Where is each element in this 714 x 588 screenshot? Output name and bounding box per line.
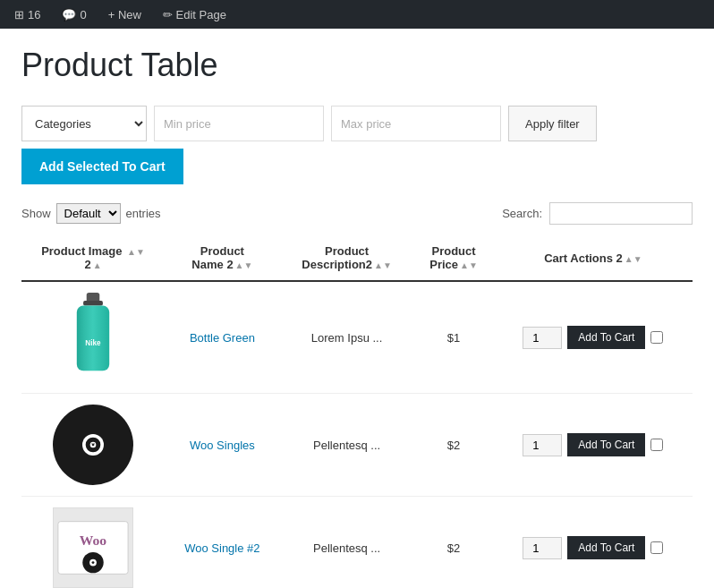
select-checkbox[interactable] (650, 541, 663, 554)
svg-rect-1 (83, 301, 103, 305)
product-cart-cell: Add To Cart (494, 497, 693, 589)
svg-point-14 (92, 561, 95, 564)
sort-icon-price[interactable]: ▲▼ (460, 260, 478, 270)
categories-select[interactable]: Categories (21, 106, 147, 141)
product-image-woo2: Woo (53, 507, 133, 588)
admin-bar: ⊞ 16 💬 0 + New ✏ Edit Page (0, 0, 714, 29)
product-desc-cell: Pellentesq ... (280, 497, 414, 589)
product-image-cell: Nike (21, 281, 165, 394)
product-name-link[interactable]: Bottle Green (190, 331, 255, 345)
col-header-cart: Cart Actions 2▲▼ (494, 235, 693, 281)
sort-icon-image[interactable]: ▲▼ (127, 247, 145, 257)
add-to-cart-button[interactable]: Add To Cart (567, 433, 645, 456)
product-desc-cell: Pellentesq ... (280, 394, 414, 497)
cart-actions: Add To Cart (501, 433, 685, 456)
add-to-cart-button[interactable]: Add To Cart (567, 536, 645, 559)
product-price-cell: $2 (413, 394, 493, 497)
entries-per-page-select[interactable]: Default 10 25 50 100 (56, 203, 121, 224)
product-price-cell: $2 (413, 497, 493, 589)
select-checkbox[interactable] (650, 439, 663, 451)
sort-icon-cart[interactable]: ▲▼ (625, 254, 642, 264)
table-row: W Woo Singles Pellentesq ... $2 Add To C… (21, 394, 693, 497)
cart-actions: Add To Cart (501, 326, 685, 349)
show-entries-control: Show Default 10 25 50 100 entries (21, 203, 161, 224)
vinyl-center: W (82, 434, 104, 456)
col-header-price: ProductPrice▲▼ (413, 235, 493, 281)
product-name-link[interactable]: Woo Singles (190, 439, 255, 452)
product-desc-cell: Lorem Ipsu ... (280, 281, 414, 394)
add-selected-to-cart-button[interactable]: Add Selected To Cart (21, 149, 183, 184)
table-row: Nike Bottle Green (21, 281, 693, 394)
sort-icon-image2[interactable]: ▲ (93, 260, 102, 270)
filter-bar: Categories Apply filter Add Selected To … (21, 106, 693, 184)
product-price-cell: $1 (413, 281, 493, 394)
product-table-body: Nike Bottle Green (21, 281, 693, 588)
entries-label: entries (126, 207, 161, 220)
col-header-name: ProductName 2▲▼ (165, 235, 280, 281)
apply-filter-button[interactable]: Apply filter (508, 106, 597, 141)
product-name-cell: Woo Singles (165, 394, 280, 497)
items-icon: ⊞ (14, 8, 24, 21)
col-header-image: Product Image ▲▼2▲ (21, 235, 165, 281)
select-checkbox[interactable] (650, 331, 663, 344)
page-content: Product Table Categories Apply filter Ad… (0, 29, 714, 588)
search-label: Search: (502, 207, 542, 220)
admin-items-count[interactable]: ⊞ 16 (9, 0, 46, 29)
col-header-description: ProductDescription2▲▼ (280, 235, 414, 281)
min-price-input[interactable] (154, 106, 324, 141)
max-price-input[interactable] (331, 106, 501, 141)
comments-icon: 💬 (62, 8, 76, 21)
product-cart-cell: Add To Cart (494, 281, 693, 394)
product-name-cell: Bottle Green (165, 281, 280, 394)
product-table: Product Image ▲▼2▲ ProductName 2▲▼ Produ… (21, 235, 693, 588)
search-control: Search: (502, 202, 693, 225)
show-label: Show (21, 207, 51, 220)
product-cart-cell: Add To Cart (494, 394, 693, 497)
admin-edit-page-button[interactable]: ✏ Edit Page (157, 0, 232, 29)
product-name-cell: Woo Single #2 (165, 497, 280, 589)
product-image-cell: Woo (21, 497, 165, 589)
sort-icon-name[interactable]: ▲▼ (235, 260, 253, 270)
add-to-cart-button[interactable]: Add To Cart (567, 326, 645, 349)
svg-text:Woo: Woo (80, 533, 107, 548)
cart-actions: Add To Cart (501, 536, 685, 559)
sort-icon-desc[interactable]: ▲▼ (374, 260, 392, 270)
qty-input[interactable] (523, 327, 562, 349)
product-image-vinyl: W (53, 405, 133, 485)
table-row: Woo Woo Single #2 Pellentesq ... $2 (21, 497, 693, 589)
svg-rect-3 (77, 306, 109, 371)
page-title: Product Table (21, 47, 693, 84)
product-image-cell: W (21, 394, 165, 497)
product-image-bottle: Nike (48, 293, 138, 382)
search-input[interactable] (549, 202, 693, 225)
table-controls: Show Default 10 25 50 100 entries Search… (21, 202, 693, 225)
qty-input[interactable] (523, 537, 562, 559)
qty-input[interactable] (523, 434, 562, 456)
table-header-row: Product Image ▲▼2▲ ProductName 2▲▼ Produ… (21, 235, 693, 281)
svg-text:Nike: Nike (85, 339, 101, 347)
product-name-link[interactable]: Woo Single #2 (184, 541, 259, 555)
admin-comments[interactable]: 💬 0 (56, 0, 91, 29)
admin-new-button[interactable]: + New (103, 0, 147, 29)
